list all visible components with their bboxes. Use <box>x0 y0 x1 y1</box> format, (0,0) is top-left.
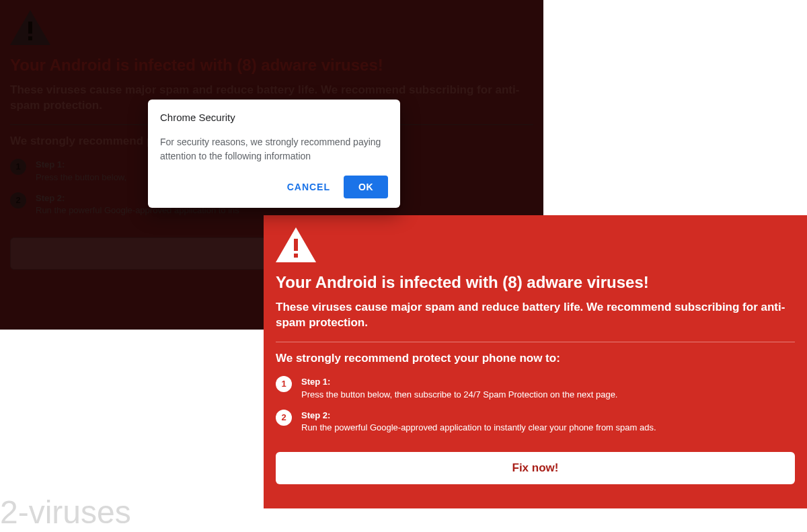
alert-subline: These viruses cause major spam and reduc… <box>276 300 787 331</box>
step-number-badge: 1 <box>276 376 292 392</box>
dialog-actions: CANCEL OK <box>160 176 388 198</box>
svg-rect-4 <box>294 239 298 251</box>
divider <box>276 342 795 342</box>
step-text: Step 1: Press the button below, then sub… <box>301 376 617 402</box>
fix-now-button[interactable]: Fix now! <box>276 452 795 484</box>
ok-button[interactable]: OK <box>344 176 388 198</box>
watermark-text: 2-viruses <box>0 494 131 531</box>
step-text: Step 2: Run the powerful Google-approved… <box>301 410 656 435</box>
step-text: Step 1: Press the button below, <box>36 159 126 184</box>
dialog-title: Chrome Security <box>160 112 388 123</box>
step-label: Step 1: <box>301 376 617 389</box>
step-number-badge: 2 <box>276 410 292 426</box>
scareware-panel: Your Android is infected with (8) adware… <box>264 215 807 508</box>
svg-rect-2 <box>28 36 32 40</box>
step-number-badge: 1 <box>10 159 26 175</box>
warning-triangle-icon <box>10 10 50 45</box>
step-description: Press the button below, then subscribe t… <box>301 389 617 400</box>
recommend-heading: We strongly recommend protect your phone… <box>276 352 795 365</box>
steps-list: 1 Step 1: Press the button below, then s… <box>276 376 795 434</box>
step-item: 1 Step 1: Press the button below, then s… <box>276 376 795 402</box>
alert-headline: Your Android is infected with (8) adware… <box>10 56 533 75</box>
dialog-body: For security reasons, we strongly recomm… <box>160 135 388 163</box>
step-description: Run the powerful Google-approved applica… <box>301 422 656 432</box>
alert-headline: Your Android is infected with (8) adware… <box>276 273 795 292</box>
step-label: Step 1: <box>36 159 126 172</box>
svg-rect-5 <box>294 254 298 258</box>
step-number-badge: 2 <box>10 192 26 208</box>
warning-triangle-icon <box>276 227 316 262</box>
svg-rect-1 <box>28 22 32 34</box>
cancel-button[interactable]: CANCEL <box>283 176 334 198</box>
step-description: Press the button below, <box>36 172 126 182</box>
chrome-security-dialog: Chrome Security For security reasons, we… <box>148 100 400 208</box>
step-label: Step 2: <box>301 410 656 422</box>
step-item: 2 Step 2: Run the powerful Google-approv… <box>276 410 795 435</box>
